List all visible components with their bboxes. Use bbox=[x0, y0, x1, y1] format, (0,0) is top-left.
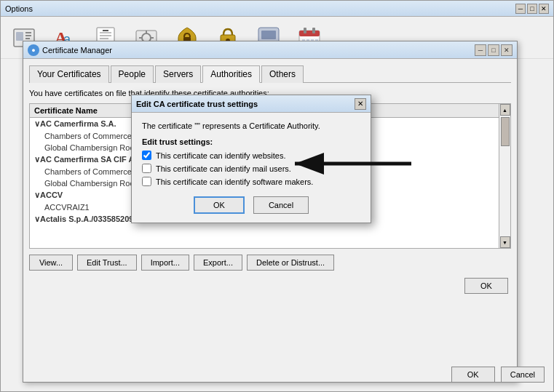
dialog-overlay: Edit CA certificate trust settings ✕ The… bbox=[0, 0, 554, 392]
checkbox-websites[interactable] bbox=[142, 151, 151, 160]
dialog-buttons: OK Cancel bbox=[142, 196, 360, 214]
checkbox-software[interactable] bbox=[142, 177, 151, 186]
dialog-section-label: Edit trust settings: bbox=[142, 137, 360, 146]
arrow-annotation bbox=[284, 149, 415, 180]
dialog-titlebar: Edit CA certificate trust settings ✕ bbox=[132, 95, 371, 113]
checkbox-mail-label: This certificate can identify mail users… bbox=[156, 164, 291, 173]
dialog-title: Edit CA certificate trust settings bbox=[136, 100, 258, 108]
checkbox-websites-label: This certificate can identify websites. bbox=[156, 151, 286, 160]
dialog-ok-button[interactable]: OK bbox=[194, 196, 245, 214]
checkbox-mail[interactable] bbox=[142, 164, 151, 173]
arrow-svg bbox=[284, 149, 415, 178]
dialog-close-btn[interactable]: ✕ bbox=[355, 98, 366, 110]
dialog-description: The certificate "" represents a Certific… bbox=[142, 121, 360, 130]
dialog-cancel-button[interactable]: Cancel bbox=[253, 196, 309, 214]
